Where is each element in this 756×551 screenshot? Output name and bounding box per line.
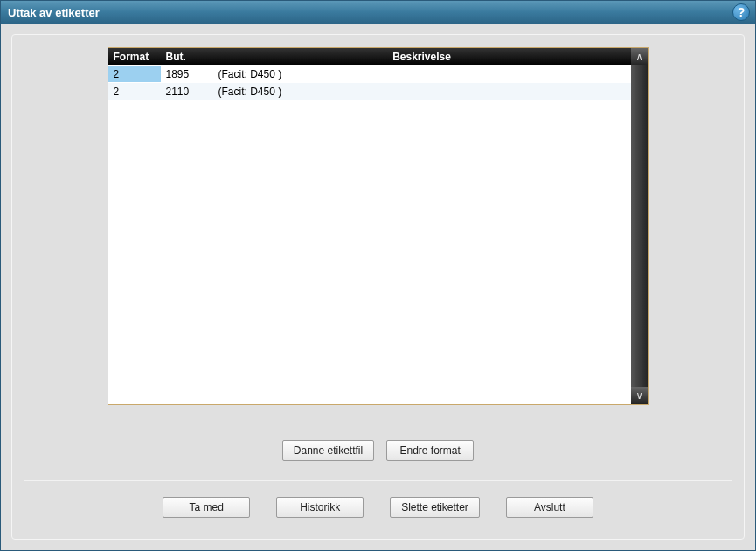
header-beskrivelse: Beskrivelse [213, 49, 631, 65]
endre-format-button[interactable]: Endre format [386, 440, 474, 461]
cell-beskrivelse: (Facit: D450 ) [213, 66, 631, 82]
avslutt-button[interactable]: Avslutt [506, 497, 593, 518]
header-format: Format [108, 49, 161, 65]
table-row[interactable]: 2 1895 (Facit: D450 ) [108, 65, 631, 83]
cell-but: 2110 [161, 84, 213, 100]
divider [24, 480, 732, 481]
cell-beskrivelse: (Facit: D450 ) [213, 84, 631, 100]
mid-button-row: Danne etikettfil Endre format [24, 440, 732, 461]
help-symbol: ? [738, 5, 746, 19]
window-title: Uttak av etiketter [8, 6, 100, 19]
scrollbar[interactable]: ∧ ∨ [631, 48, 648, 404]
cell-format: 2 [108, 66, 161, 82]
header-but: But. [161, 49, 213, 65]
cell-but: 1895 [161, 66, 213, 82]
table-header: Format But. Beskrivelse [108, 48, 631, 65]
ta-med-button[interactable]: Ta med [163, 497, 250, 518]
danne-etikettfil-button[interactable]: Danne etikettfil [282, 440, 374, 461]
table-row[interactable]: 2 2110 (Facit: D450 ) [108, 83, 631, 100]
table-frame: Format But. Beskrivelse 2 1895 (Facit: D… [108, 47, 649, 405]
historikk-button[interactable]: Historikk [276, 497, 364, 518]
help-icon[interactable]: ? [732, 3, 750, 21]
cell-format: 2 [108, 84, 161, 100]
scroll-up-icon[interactable]: ∧ [631, 48, 648, 65]
window-frame: Uttak av etiketter ? Format But. Beskriv… [0, 0, 756, 551]
inner-panel: Format But. Beskrivelse 2 1895 (Facit: D… [11, 34, 745, 540]
table-body: Format But. Beskrivelse 2 1895 (Facit: D… [108, 48, 631, 404]
titlebar: Uttak av etiketter ? [1, 1, 755, 24]
content-area: Format But. Beskrivelse 2 1895 (Facit: D… [1, 24, 755, 550]
scroll-down-icon[interactable]: ∨ [631, 387, 648, 404]
bottom-button-row: Ta med Historikk Slette etiketter Avslut… [24, 497, 732, 518]
slette-etiketter-button[interactable]: Slette etiketter [390, 497, 480, 518]
